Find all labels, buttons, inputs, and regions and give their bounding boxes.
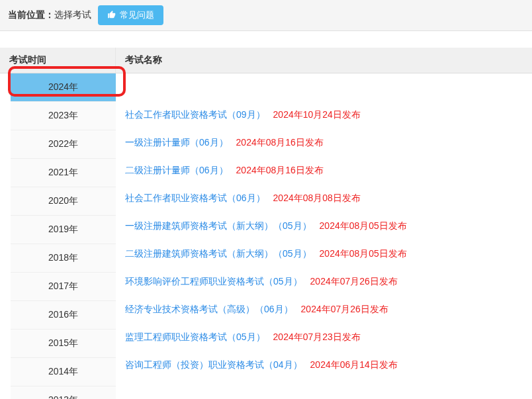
exam-link[interactable]: 环境影响评价工程师职业资格考试（05月） [125, 276, 302, 288]
exam-link[interactable]: 一级注册建筑师资格考试（新大纲）（05月） [125, 220, 312, 232]
exam-row: 咨询工程师（投资）职业资格考试（04月）2024年06月14日发布 [116, 351, 532, 379]
exam-list: 社会工作者职业资格考试（09月）2024年10月24日发布一级注册计量师（06月… [116, 73, 532, 399]
exam-publish-date: 2024年08月16日发布 [236, 165, 324, 177]
faq-button[interactable]: 常见问题 [98, 5, 163, 25]
thumbs-up-icon [107, 10, 116, 21]
exam-link[interactable]: 社会工作者职业资格考试（06月） [125, 193, 265, 204]
year-item-2020年[interactable]: 2020年 [11, 187, 116, 216]
exam-table: 考试时间 考试名称 2024年2023年2022年2021年2020年2019年… [0, 48, 532, 399]
year-item-2016年[interactable]: 2016年 [11, 301, 116, 330]
exam-link[interactable]: 经济专业技术资格考试（高级）（06月） [125, 304, 293, 316]
exam-link[interactable]: 咨询工程师（投资）职业资格考试（04月） [125, 359, 302, 371]
col-header-year: 考试时间 [0, 48, 116, 73]
year-item-2017年[interactable]: 2017年 [11, 273, 116, 301]
exam-publish-date: 2024年06月14日发布 [310, 359, 398, 371]
exam-publish-date: 2024年07月26日发布 [310, 276, 398, 288]
exam-row: 一级注册计量师（06月）2024年08月16日发布 [116, 129, 532, 157]
year-item-2022年[interactable]: 2022年 [11, 130, 116, 159]
breadcrumb-bar: 当前位置：选择考试 常见问题 [0, 0, 532, 31]
year-item-2023年[interactable]: 2023年 [11, 102, 116, 130]
col-header-name: 考试名称 [116, 48, 532, 73]
page-root: 当前位置：选择考试 常见问题 考试时间 考试名称 2024年2023年2022年… [0, 0, 532, 399]
breadcrumb-label: 当前位置：选择考试 [8, 9, 91, 21]
year-item-2019年[interactable]: 2019年 [11, 216, 116, 244]
exam-publish-date: 2024年08月08日发布 [273, 193, 361, 204]
exam-link[interactable]: 监理工程师职业资格考试（05月） [125, 332, 265, 343]
year-item-2024年[interactable]: 2024年 [11, 73, 116, 102]
table-header: 考试时间 考试名称 [0, 48, 532, 73]
year-list: 2024年2023年2022年2021年2020年2019年2018年2017年… [0, 73, 116, 399]
exam-row: 经济专业技术资格考试（高级）（06月）2024年07月26日发布 [116, 296, 532, 324]
year-item-2015年[interactable]: 2015年 [11, 330, 116, 358]
year-item-2021年[interactable]: 2021年 [11, 159, 116, 187]
year-item-2014年[interactable]: 2014年 [11, 358, 116, 386]
table-body: 2024年2023年2022年2021年2020年2019年2018年2017年… [0, 73, 532, 399]
exam-publish-date: 2024年10月24日发布 [273, 109, 361, 121]
exam-row: 二级注册建筑师资格考试（新大纲）（05月）2024年08月05日发布 [116, 240, 532, 268]
exam-link[interactable]: 二级注册计量师（06月） [125, 165, 228, 177]
exam-link[interactable]: 一级注册计量师（06月） [125, 137, 228, 149]
exam-publish-date: 2024年07月26日发布 [301, 304, 388, 316]
exam-publish-date: 2024年08月16日发布 [236, 137, 324, 149]
exam-publish-date: 2024年07月23日发布 [273, 332, 361, 343]
exam-row: 环境影响评价工程师职业资格考试（05月）2024年07月26日发布 [116, 268, 532, 296]
exam-link[interactable]: 二级注册建筑师资格考试（新大纲）（05月） [125, 248, 312, 260]
exam-link[interactable]: 社会工作者职业资格考试（09月） [125, 109, 265, 121]
exam-row: 社会工作者职业资格考试（06月）2024年08月08日发布 [116, 185, 532, 212]
year-item-2013年[interactable]: 2013年 [11, 386, 116, 399]
exam-publish-date: 2024年08月05日发布 [320, 220, 407, 232]
exam-row: 二级注册计量师（06月）2024年08月16日发布 [116, 157, 532, 185]
faq-button-label: 常见问题 [120, 9, 154, 21]
exam-row: 监理工程师职业资格考试（05月）2024年07月23日发布 [116, 324, 532, 351]
exam-publish-date: 2024年08月05日发布 [320, 248, 407, 260]
year-item-2018年[interactable]: 2018年 [11, 244, 116, 273]
exam-row: 社会工作者职业资格考试（09月）2024年10月24日发布 [116, 101, 532, 129]
exam-row: 一级注册建筑师资格考试（新大纲）（05月）2024年08月05日发布 [116, 212, 532, 240]
